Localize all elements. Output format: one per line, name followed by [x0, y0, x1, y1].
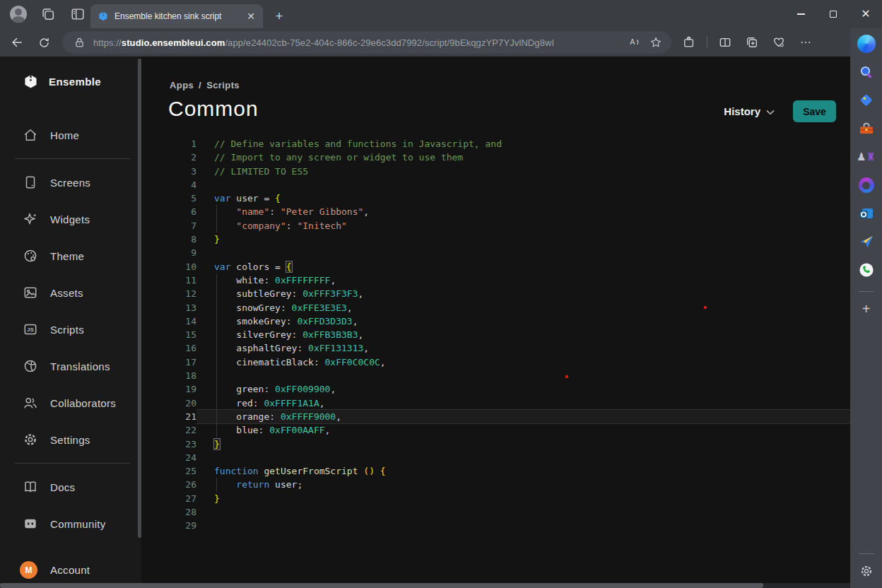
- code-line[interactable]: 21 orange: 0xFFFF9000,: [141, 410, 850, 423]
- code-line[interactable]: 17 cinematicBlack: 0xFF0C0C0C,: [141, 355, 850, 369]
- minimize-button[interactable]: [784, 0, 817, 28]
- code-line[interactable]: 27}: [141, 492, 850, 505]
- horizontal-scrollbar-thumb[interactable]: [0, 583, 763, 588]
- browser-tab[interactable]: Ensemble kitchen sink script ✕: [90, 4, 263, 28]
- save-button[interactable]: Save: [793, 100, 836, 122]
- sidebar-item-translations[interactable]: Translations: [0, 348, 141, 384]
- sidebar-item-collaborators[interactable]: Collaborators: [0, 384, 141, 421]
- breadcrumb-apps[interactable]: Apps: [170, 80, 194, 90]
- code-line[interactable]: 11 white: 0xFFFFFFFF,: [141, 274, 850, 287]
- horizontal-scrollbar[interactable]: [0, 583, 850, 588]
- sidebar-item-docs[interactable]: Docs: [0, 469, 141, 505]
- rail-divider: [859, 291, 874, 292]
- lock-icon[interactable]: [71, 34, 88, 51]
- designer-icon[interactable]: [857, 232, 876, 252]
- profile-icon[interactable]: [10, 6, 27, 23]
- line-number: 5: [141, 192, 196, 205]
- read-aloud-icon[interactable]: A: [626, 34, 643, 51]
- split-screen-icon[interactable]: [716, 33, 734, 52]
- vertical-tabs-icon[interactable]: [69, 6, 86, 23]
- scripts-icon: JS: [23, 322, 38, 337]
- sidebar-item-assets[interactable]: Assets: [0, 274, 141, 311]
- code-line[interactable]: 28: [141, 505, 850, 519]
- shopping-icon[interactable]: [857, 90, 876, 110]
- new-tab-button[interactable]: +: [270, 7, 288, 25]
- code-line[interactable]: 15 silverGrey: 0xFFB3B3B3,: [141, 328, 850, 341]
- code-line[interactable]: 25function getUserFromScript () {: [141, 464, 850, 478]
- back-icon[interactable]: [7, 33, 27, 52]
- line-code: [196, 505, 850, 519]
- edge-sidebar-rail: ♟♜ +: [850, 28, 882, 588]
- refresh-icon[interactable]: [34, 33, 54, 52]
- code-line[interactable]: 5var user = {: [141, 192, 850, 205]
- code-line[interactable]: 16 asphaltGrey: 0xFF131313,: [141, 341, 850, 355]
- extensions-icon[interactable]: [680, 33, 698, 52]
- tab-close-icon[interactable]: ✕: [245, 10, 257, 23]
- code-line[interactable]: 10var colors = {: [141, 260, 850, 274]
- sidebar-item-label: Screens: [50, 177, 90, 189]
- maximize-button[interactable]: [817, 0, 849, 28]
- code-line[interactable]: 22 blue: 0xFF00AAFF,: [141, 423, 850, 437]
- tools-icon[interactable]: [857, 119, 876, 139]
- code-line[interactable]: 7 "company": "Initech": [141, 219, 850, 233]
- code-line[interactable]: 20 red: 0xFFFF1A1A,: [141, 396, 850, 410]
- sidebar-item-home[interactable]: Home: [0, 117, 141, 153]
- browser-essentials-icon[interactable]: [770, 33, 788, 52]
- code-line[interactable]: 8}: [141, 233, 850, 246]
- favorite-star-icon[interactable]: [647, 34, 664, 51]
- sidebar-item-widgets[interactable]: Widgets: [0, 201, 141, 237]
- rail-settings-icon[interactable]: [857, 561, 876, 581]
- outlook-icon[interactable]: [857, 204, 876, 223]
- line-number: 29: [141, 519, 196, 532]
- main-content: Apps / Scripts Common History Save 1// D…: [141, 57, 850, 588]
- url-input[interactable]: https://studio.ensembleui.com/app/e24402…: [62, 31, 671, 54]
- toolbar-divider: [707, 36, 707, 49]
- sidebar-item-screens[interactable]: Screens: [0, 164, 141, 201]
- collections-icon[interactable]: [743, 33, 761, 52]
- line-code: red: 0xFFFF1A1A,: [196, 396, 850, 410]
- line-code: // Import to any screen or widget to use…: [196, 151, 850, 164]
- code-line[interactable]: 4: [141, 178, 850, 192]
- code-line[interactable]: 1// Define variables and functions in Ja…: [141, 137, 850, 151]
- theme-icon: [23, 248, 38, 264]
- microsoft-365-icon[interactable]: [857, 175, 876, 195]
- line-number: 15: [141, 328, 196, 341]
- history-dropdown[interactable]: History: [724, 105, 775, 117]
- sidebar-item-label: Scripts: [50, 324, 84, 336]
- code-line[interactable]: 19 green: 0xFF009900,: [141, 382, 850, 396]
- code-line[interactable]: 18: [141, 369, 850, 382]
- search-icon[interactable]: [857, 62, 876, 82]
- sidebar-item-scripts[interactable]: JSScripts: [0, 311, 141, 348]
- more-options-icon[interactable]: [796, 33, 815, 52]
- sidebar-item-theme[interactable]: Theme: [0, 237, 141, 274]
- code-line[interactable]: 26 return user;: [141, 478, 850, 491]
- code-line[interactable]: 23}: [141, 437, 850, 451]
- line-code: function getUserFromScript () {: [196, 464, 850, 478]
- code-line[interactable]: 3// LIMITED TO ES5: [141, 165, 850, 178]
- line-number: 3: [141, 165, 196, 178]
- breadcrumb-scripts[interactable]: Scripts: [206, 80, 240, 90]
- code-line[interactable]: 2// Import to any screen or widget to us…: [141, 151, 850, 164]
- code-line[interactable]: 9: [141, 246, 850, 259]
- code-line[interactable]: 12 subtleGrey: 0xFFF3F3F3,: [141, 287, 850, 300]
- code-editor[interactable]: 1// Define variables and functions in Ja…: [141, 137, 850, 533]
- code-line[interactable]: 24: [141, 451, 850, 464]
- code-line[interactable]: 14 smokeGrey: 0xFFD3D3D3,: [141, 314, 850, 328]
- whatsapp-icon[interactable]: [857, 260, 876, 280]
- brand-name: Ensemble: [49, 76, 101, 88]
- games-icon[interactable]: ♟♜: [857, 147, 876, 167]
- code-line[interactable]: 29: [141, 519, 850, 532]
- line-code: return user;: [196, 478, 850, 491]
- copilot-icon[interactable]: [857, 34, 876, 54]
- sidebar-item-settings[interactable]: Settings: [0, 421, 141, 458]
- workspaces-icon[interactable]: [40, 6, 57, 23]
- code-line[interactable]: 13 snowGrey: 0xFFE3E3E3,: [141, 301, 850, 314]
- sidebar-item-community[interactable]: Community: [0, 505, 141, 542]
- sidebar-item-account[interactable]: M Account: [20, 561, 90, 579]
- line-code: [196, 451, 850, 464]
- line-number: 22: [141, 423, 196, 437]
- line-code: [196, 178, 850, 192]
- rail-add-icon[interactable]: +: [857, 299, 876, 319]
- code-line[interactable]: 6 "name": "Peter Gibbons",: [141, 205, 850, 218]
- close-button[interactable]: ✕: [849, 0, 882, 28]
